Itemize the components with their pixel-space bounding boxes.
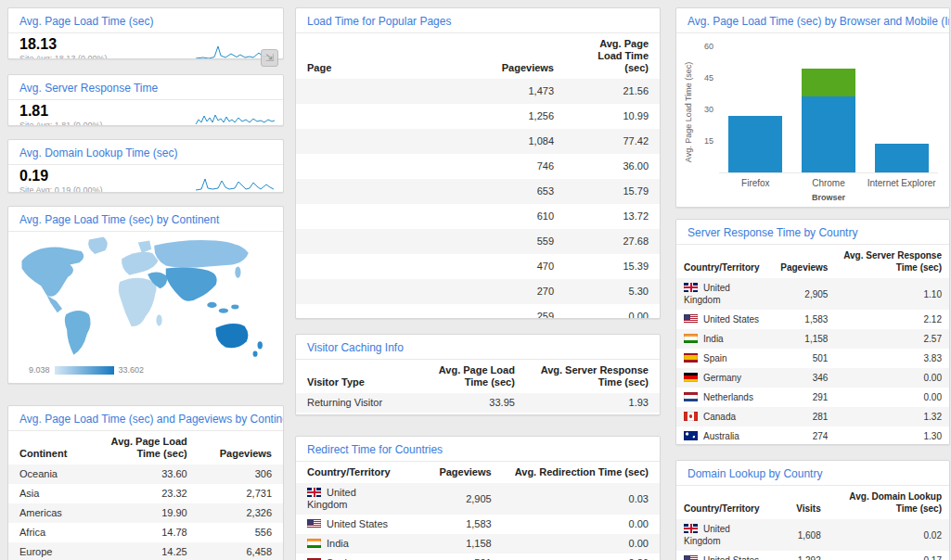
flag-icon-us xyxy=(684,555,698,560)
redirect-time-table: Country/TerritoryPageviewsAvg. Redirecti… xyxy=(296,462,660,560)
cell-text: 33.60 xyxy=(161,468,187,479)
cell-text: 1,583 xyxy=(466,518,492,529)
column-header: Pageviews xyxy=(478,33,565,79)
sparkline-domain-lookup xyxy=(194,173,276,193)
cell-text: 1,158 xyxy=(466,538,492,549)
table-row: Germany3460.00 xyxy=(676,368,949,388)
y-tick-label: 30 xyxy=(704,105,713,114)
table-row: United Kingdom2,9051.10 xyxy=(676,278,949,310)
cell-text: 6,458 xyxy=(246,546,272,557)
cell-text: 1,608 xyxy=(798,530,821,541)
cell-text: 0.00 xyxy=(629,538,649,549)
table-row: Returning Visitor33.951.93 xyxy=(296,393,660,413)
flag-icon-us xyxy=(684,314,698,324)
bar-segment[interactable] xyxy=(802,69,855,95)
cell-text: 501 xyxy=(813,353,829,363)
widget-title[interactable]: Domain Lookup by Country xyxy=(676,461,949,486)
map-legend: 9.038 33.602 xyxy=(29,365,144,375)
cell-text: 13.72 xyxy=(623,210,649,222)
bar-segment[interactable] xyxy=(875,144,929,172)
widget-title[interactable]: Server Response Time by Country xyxy=(676,220,949,245)
cell-text: 36.00 xyxy=(623,160,649,172)
cell-text: 0.03 xyxy=(629,493,649,504)
widget-title[interactable]: Avg. Page Load Time (sec) by Browser and… xyxy=(676,8,949,33)
column-header: Visits xyxy=(767,486,829,519)
cell-text: 14.78 xyxy=(161,527,187,538)
table-row: 1,47321.56 xyxy=(296,79,660,104)
cell-text: Asia xyxy=(19,488,39,499)
table-row: 65315.79 xyxy=(296,179,660,204)
cell-text: 3.83 xyxy=(924,353,942,363)
cell-text: 1.32 xyxy=(924,412,942,422)
bar-internet-explorer[interactable] xyxy=(875,46,929,172)
cell-text: 746 xyxy=(537,160,554,172)
map-legend-gradient xyxy=(55,366,114,375)
widget-title[interactable]: Avg. Page Load Time (sec) xyxy=(8,8,283,33)
table-row: Spain5010.86 xyxy=(296,554,660,560)
cell-text: 306 xyxy=(255,468,272,479)
widget-domain-lookup-by-country: Domain Lookup by Country Country/Territo… xyxy=(675,460,950,560)
column-header: Pageviews xyxy=(767,245,836,278)
scorecard-metric: 1.81 Site Avg: 1.81 (0.00%) xyxy=(19,103,102,126)
cell-text: 2,326 xyxy=(246,507,272,518)
scorecard-metric: 18.13 Site Avg: 18.13 (0.00%) xyxy=(19,36,107,59)
world-map-svg xyxy=(8,232,281,384)
widget-title[interactable]: Redirect Time for Countries xyxy=(296,437,660,462)
scorecard-body: 1.81 Site Avg: 1.81 (0.00%) xyxy=(8,100,283,126)
cell-text: Returning Visitor xyxy=(307,397,382,408)
column-header: Avg. Page Load Time (sec) xyxy=(78,431,198,465)
cell-text: 556 xyxy=(255,527,272,538)
table-row: 1,25610.99 xyxy=(296,104,660,129)
scorecard-metric: 0.19 Site Avg: 0.19 (0.00%) xyxy=(19,168,102,193)
cell-text: Netherlands xyxy=(703,392,753,402)
domain-lookup-table: Country/TerritoryVisitsAvg. Domain Looku… xyxy=(676,486,949,560)
bar-segment[interactable] xyxy=(728,116,782,172)
cell-text: 27.68 xyxy=(623,235,649,247)
x-category-label: Firefox xyxy=(719,178,792,188)
table-row: Netherlands2910.00 xyxy=(676,388,949,407)
world-map[interactable]: 9.038 33.602 xyxy=(8,232,283,384)
widget-title[interactable]: Avg. Page Load Time (sec) and Pageviews … xyxy=(8,406,283,431)
column-header: Country/Territory xyxy=(676,486,767,519)
widget-title[interactable]: Avg. Domain Lookup Time (sec) xyxy=(8,140,283,165)
speed-dashboard: Avg. Page Load Time (sec) 18.13 Site Avg… xyxy=(0,0,951,560)
widget-title[interactable]: Load Time for Popular Pages xyxy=(296,8,660,33)
cell-text: 1.10 xyxy=(924,289,942,299)
bar-plot: FirefoxChromeInternet Explorer xyxy=(719,46,938,173)
bar-segment[interactable] xyxy=(802,96,855,173)
bar-chrome[interactable] xyxy=(802,46,855,172)
cell-text: 1.30 xyxy=(924,431,942,441)
cell-text: 77.42 xyxy=(623,135,649,146)
cell-text: 23.32 xyxy=(161,488,187,499)
table-row: 55927.68 xyxy=(296,229,660,254)
cell-text: 1,158 xyxy=(804,334,828,344)
table-row: Spain5013.83 xyxy=(676,349,949,368)
cell-text: Oceania xyxy=(19,468,58,479)
bar-firefox[interactable] xyxy=(728,46,782,172)
cell-text: 21.56 xyxy=(623,85,649,96)
widget-title[interactable]: Visitor Caching Info xyxy=(296,335,660,360)
column-header: Avg. Redirection Time (sec) xyxy=(503,462,660,483)
flag-icon-gb xyxy=(684,524,698,533)
cell-text: 281 xyxy=(813,412,829,422)
flag-icon-in xyxy=(684,334,698,343)
flag-icon-es xyxy=(684,353,698,363)
cell-text: 0.02 xyxy=(924,530,942,541)
cell-text: 10.99 xyxy=(623,110,649,121)
flag-icon-in xyxy=(307,539,321,548)
cell-text: Spain xyxy=(703,353,727,363)
metric-site-avg: Site Avg: 1.81 (0.00%) xyxy=(19,121,102,126)
metric-value: 1.81 xyxy=(19,103,102,120)
table-row: 1,08477.42 xyxy=(296,129,660,154)
column-header: Avg. Domain Lookup Time (sec) xyxy=(829,486,949,519)
widget-title[interactable]: Avg. Page Load Time (sec) by Continent xyxy=(8,207,283,232)
table-row: United States1,2920.17 xyxy=(676,551,949,560)
table-row: India1,1582.57 xyxy=(676,329,949,349)
widget-load-time-popular-pages: Load Time for Popular Pages PagePageview… xyxy=(295,7,661,319)
column-header: Avg. Page Load Time (sec) xyxy=(565,33,660,79)
cell-text: 2.57 xyxy=(924,334,942,344)
widget-resize-handle-icon[interactable]: ⇲ xyxy=(261,49,278,67)
widget-title[interactable]: Avg. Server Response Time xyxy=(8,75,283,100)
cell-text: 470 xyxy=(537,261,554,272)
sparkline-server-response xyxy=(194,108,276,126)
